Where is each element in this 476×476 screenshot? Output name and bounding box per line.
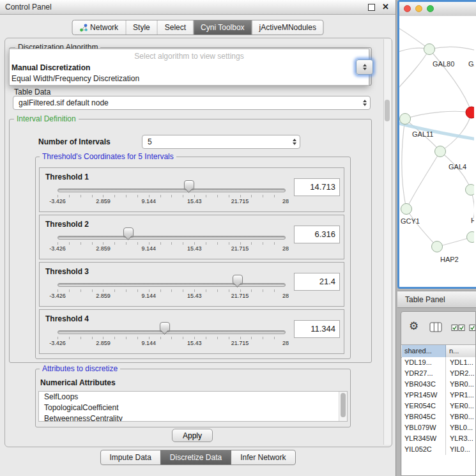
gear-icon[interactable]: ⚙ [409,319,418,333]
table-row[interactable]: YBR043C YBR0... [402,379,475,390]
slider-thumb[interactable] [184,180,194,190]
column-header-shared-name[interactable]: shared... [402,345,446,357]
threshold-slider[interactable]: -3.426 2.859 9.144 15.43 21.715 28 [58,330,286,347]
dropdown-option-equal-width-frequency[interactable]: Equal Width/Frequency Discretization [10,73,369,84]
table-cell[interactable]: YER0... [447,401,475,411]
slider-scale-label: -3.426 [49,293,66,299]
slider-scale-label: 21.715 [231,340,249,346]
node[interactable] [467,232,475,243]
list-item[interactable]: BetweennessCentrality [39,413,347,422]
minimize-traffic-light[interactable] [415,5,422,12]
tab-jactivemodules[interactable]: jActiveMNodules [252,20,323,35]
table-cell[interactable]: YDL19... [402,357,446,368]
table-cell[interactable]: YBR0... [447,411,475,422]
table-row[interactable]: YLR345W YLR3... [402,433,475,444]
threshold-value-field[interactable]: 14.713 [294,178,340,196]
numerical-attributes-list[interactable]: SelfLoops TopologicalCoefficient Between… [38,391,348,422]
tab-impute-data[interactable]: Impute Data [100,450,160,464]
close-icon[interactable]: ✕ [382,2,389,12]
float-window-icon[interactable] [368,4,375,11]
table-cell[interactable]: YER054C [402,401,446,411]
number-of-intervals-combobox[interactable]: 5 [142,135,300,149]
top-tab-bar: Network Style Select Cyni Toolbox jActiv… [72,20,324,35]
list-item[interactable]: TopologicalCoefficient [39,403,347,413]
node-hap2[interactable] [432,242,443,252]
threshold-slider[interactable]: -3.426 2.859 9.144 15.43 21.715 28 [58,283,286,300]
zoom-traffic-light[interactable] [427,5,434,12]
list-item[interactable]: SelfLoops [39,392,347,403]
slider-scale-label: 21.715 [231,293,249,299]
slider-thumb[interactable] [160,322,170,332]
table-cell[interactable]: YLR3... [447,433,475,444]
node-gal4[interactable] [435,146,446,157]
threshold-slider[interactable]: -3.426 2.859 9.144 15.43 21.715 28 [58,188,286,205]
number-of-intervals-label: Number of Intervals [38,137,111,146]
slider-scale-label: 2.859 [96,340,111,346]
node-selected-red[interactable] [466,107,474,118]
select-all-checkboxes-icon[interactable] [451,324,465,332]
table-row[interactable]: YDR27... YDR2... [402,368,475,379]
close-traffic-light[interactable] [404,5,411,12]
threshold-panel-1: Threshold 1 -3.426 2.859 9.144 15.43 21.… [39,167,344,212]
node[interactable] [466,185,475,196]
table-cell[interactable]: YPR1... [447,390,475,401]
slider-track[interactable] [58,188,286,192]
table-data-combobox[interactable]: galFiltered.sif default node [13,96,371,110]
tab-network[interactable]: Network [72,20,125,35]
table-row[interactable]: YPR145W YPR1... [402,390,475,401]
group-title-thresholds: Threshold's Coordinates for 5 Intervals [40,152,176,161]
slider-scale-label: 21.715 [231,198,249,204]
table-row[interactable]: YER054C YER0... [402,401,475,411]
table-row[interactable]: YBL079W YBL0... [402,422,475,433]
columns-icon[interactable] [429,322,442,332]
table-cell[interactable]: YBL079W [402,422,446,433]
tab-select[interactable]: Select [157,20,193,35]
threshold-slider[interactable]: -3.426 2.859 9.144 15.43 21.715 28 [58,236,286,252]
apply-button[interactable]: Apply [172,429,213,442]
algorithm-combobox-stepper[interactable] [356,59,373,75]
panel-scrollbar[interactable] [383,39,391,445]
tab-label: Infer Network [240,453,286,462]
table-cell[interactable]: YLR345W [402,433,446,444]
table-cell[interactable]: YDR27... [402,368,446,379]
scrollbar-thumb[interactable] [385,100,390,121]
list-scrollbar[interactable] [339,392,347,421]
tab-cyni-toolbox[interactable]: Cyni Toolbox [193,20,251,35]
table-row[interactable]: YDL19... YDL1... [402,357,475,368]
scrollbar-thumb[interactable] [341,393,346,417]
slider-track[interactable] [58,236,286,240]
table-cell[interactable]: YBR045C [402,411,446,422]
tab-discretize-data[interactable]: Discretize Data [160,450,231,464]
threshold-value-field[interactable]: 6.316 [294,226,340,243]
network-canvas[interactable]: GAL80 GA GAL11 GAL4 GCY1 H HAP2 [399,16,476,287]
stepper-arrows-icon [363,64,367,70]
column-header-name[interactable]: n... [447,345,475,357]
slider-thumb[interactable] [123,227,134,237]
table-cell[interactable]: YBR043C [402,379,446,390]
table-cell[interactable]: YPR145W [402,390,446,401]
threshold-label: Threshold 4 [45,314,89,323]
node-gcy1[interactable] [401,204,412,215]
tab-infer-network[interactable]: Infer Network [231,450,295,464]
table-row[interactable]: YIL052C YIL0... [402,444,475,455]
select-columns-checkboxes-icon[interactable] [469,324,476,332]
node-gal11[interactable] [400,114,411,125]
table-row[interactable]: YBR045C YBR0... [402,411,475,422]
table-cell[interactable]: YDL1... [447,357,475,368]
slider-track[interactable] [58,283,286,287]
dropdown-option-manual-discretization[interactable]: Manual Discretization [10,62,369,73]
slider-ticks [58,242,286,245]
threshold-value-field[interactable]: 21.4 [294,273,340,291]
node[interactable] [424,44,435,55]
table-cell[interactable]: YIL052C [402,444,446,455]
threshold-value-field[interactable]: 11.344 [294,320,340,338]
slider-thumb[interactable] [233,275,243,284]
table-cell[interactable]: YBL0... [447,422,475,433]
slider-track[interactable] [58,330,286,334]
slider-scale-label: 2.859 [96,245,111,252]
table-cell[interactable]: YDR2... [447,368,475,379]
table-cell[interactable]: YIL0... [447,444,475,455]
table-cell[interactable]: YBR0... [447,379,475,390]
slider-scale-label: 15.43 [187,198,202,204]
tab-style[interactable]: Style [125,20,157,35]
